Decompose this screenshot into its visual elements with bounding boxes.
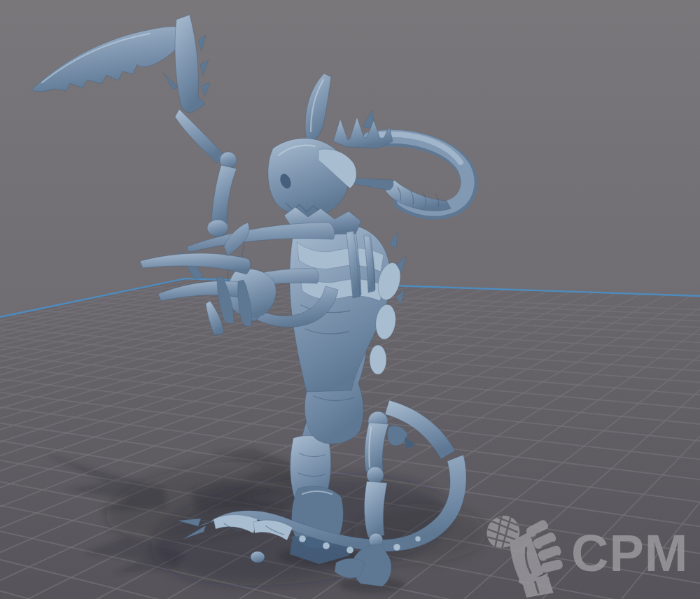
viewport-3d[interactable]: CPM <box>0 0 700 599</box>
fist-holding-brushes-icon <box>482 508 564 598</box>
watermark: CPM <box>482 508 700 599</box>
watermark-text: CPM <box>571 528 688 579</box>
